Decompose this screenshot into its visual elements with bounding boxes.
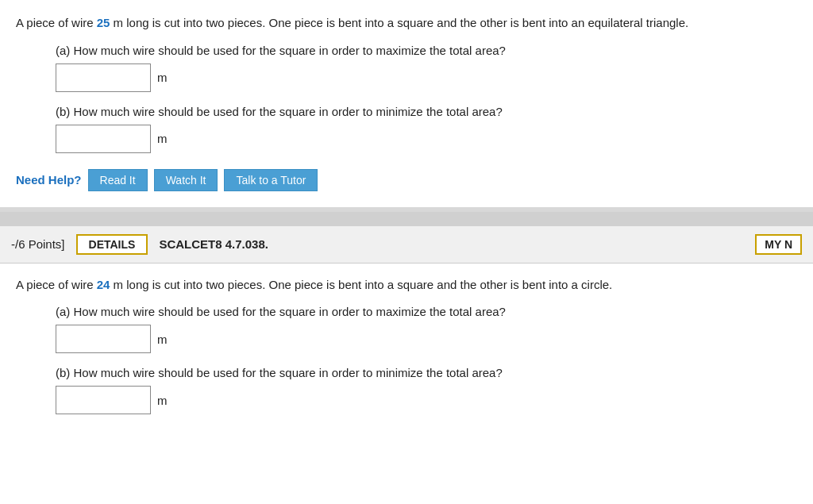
part-a-input-1[interactable]: [56, 63, 151, 92]
section-2: -/6 Points] DETAILS SCALCET8 4.7.038. MY…: [0, 226, 813, 444]
wire-length-1: 25: [97, 16, 110, 29]
part-b-label-2: (b) How much wire should be used for the…: [56, 366, 797, 379]
part-a-block-2: (a) How much wire should be used for the…: [56, 305, 797, 353]
part-b-block-1: (b) How much wire should be used for the…: [56, 105, 797, 153]
my-badge: MY N: [755, 234, 802, 255]
part-a-answer-row-1: m: [56, 63, 797, 92]
part-b-answer-row-2: m: [56, 386, 797, 414]
details-bar-left: -/6 Points] DETAILS SCALCET8 4.7.038.: [11, 234, 268, 255]
section-divider: [0, 212, 813, 226]
problem-suffix-1: m long is cut into two pieces. One piece…: [110, 16, 688, 29]
part-a-input-2[interactable]: [56, 325, 151, 353]
part-a-unit-2: m: [157, 333, 168, 346]
part-b-block-2: (b) How much wire should be used for the…: [56, 366, 797, 414]
part-a-answer-row-2: m: [56, 325, 797, 353]
problem-text-2: A piece of wire 24 m long is cut into tw…: [16, 276, 797, 294]
section-1: A piece of wire 25 m long is cut into tw…: [0, 0, 813, 212]
talk-to-tutor-button[interactable]: Talk to a Tutor: [224, 169, 318, 191]
need-help-label: Need Help?: [16, 173, 82, 187]
part-b-input-1[interactable]: [56, 125, 151, 153]
problem-intro-2: A piece of wire: [16, 278, 97, 291]
part-b-unit-2: m: [157, 394, 168, 407]
part-b-answer-row-1: m: [56, 125, 797, 153]
watch-it-button[interactable]: Watch It: [154, 169, 218, 191]
problem-id: SCALCET8 4.7.038.: [159, 237, 268, 251]
need-help-row: Need Help? Read It Watch It Talk to a Tu…: [16, 169, 797, 191]
read-it-button[interactable]: Read It: [88, 169, 148, 191]
details-bar: -/6 Points] DETAILS SCALCET8 4.7.038. MY…: [0, 226, 813, 264]
part-b-unit-1: m: [157, 132, 168, 145]
details-badge: DETAILS: [76, 234, 148, 255]
part-a-label-2: (a) How much wire should be used for the…: [56, 305, 797, 318]
part-b-label-1: (b) How much wire should be used for the…: [56, 105, 797, 118]
problem-suffix-2: m long is cut into two pieces. One piece…: [110, 278, 612, 291]
part-a-label-1: (a) How much wire should be used for the…: [56, 44, 797, 57]
problem-text-1: A piece of wire 25 m long is cut into tw…: [16, 14, 797, 33]
points-label: -/6 Points]: [11, 237, 65, 251]
section2-content: A piece of wire 24 m long is cut into tw…: [0, 264, 813, 444]
part-b-input-2[interactable]: [56, 386, 151, 414]
part-a-unit-1: m: [157, 71, 168, 84]
part-a-block-1: (a) How much wire should be used for the…: [56, 44, 797, 92]
problem-intro-1: A piece of wire: [16, 16, 97, 29]
wire-length-2: 24: [97, 278, 110, 291]
